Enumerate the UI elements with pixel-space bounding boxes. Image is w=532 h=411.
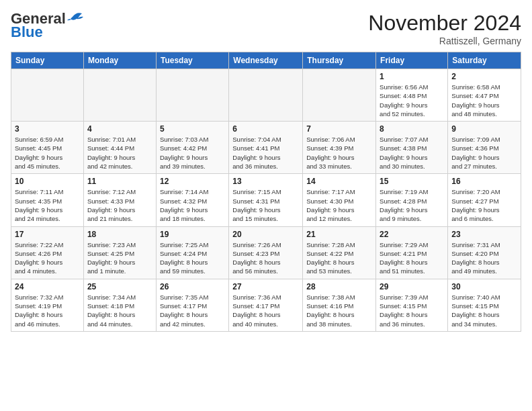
calendar-cell: 29Sunrise: 7:39 AM Sunset: 4:15 PM Dayli… bbox=[376, 279, 448, 331]
day-info: Sunrise: 7:15 AM Sunset: 4:31 PM Dayligh… bbox=[232, 187, 299, 223]
calendar-cell: 12Sunrise: 7:14 AM Sunset: 4:32 PM Dayli… bbox=[156, 174, 228, 226]
day-number: 12 bbox=[160, 177, 225, 186]
day-info: Sunrise: 7:32 AM Sunset: 4:19 PM Dayligh… bbox=[15, 293, 80, 328]
calendar-cell: 27Sunrise: 7:36 AM Sunset: 4:17 PM Dayli… bbox=[229, 279, 303, 331]
day-number: 6 bbox=[232, 124, 299, 134]
calendar-cell: 21Sunrise: 7:28 AM Sunset: 4:22 PM Dayli… bbox=[303, 226, 376, 279]
day-header-monday: Monday bbox=[83, 52, 156, 69]
day-info: Sunrise: 7:26 AM Sunset: 4:23 PM Dayligh… bbox=[232, 240, 299, 276]
day-number: 11 bbox=[87, 177, 152, 186]
header: General Blue November 2024 Rattiszell, G… bbox=[11, 11, 521, 46]
day-header-wednesday: Wednesday bbox=[229, 52, 303, 69]
calendar-cell: 3Sunrise: 6:59 AM Sunset: 4:45 PM Daylig… bbox=[11, 122, 84, 174]
day-info: Sunrise: 7:25 AM Sunset: 4:24 PM Dayligh… bbox=[160, 240, 225, 276]
day-number: 10 bbox=[15, 177, 80, 186]
calendar-cell: 8Sunrise: 7:07 AM Sunset: 4:38 PM Daylig… bbox=[376, 122, 448, 174]
calendar-cell: 1Sunrise: 6:56 AM Sunset: 4:48 PM Daylig… bbox=[376, 69, 448, 122]
calendar-cell: 24Sunrise: 7:32 AM Sunset: 4:19 PM Dayli… bbox=[11, 279, 84, 331]
day-header-thursday: Thursday bbox=[303, 52, 376, 69]
day-number: 9 bbox=[451, 124, 517, 134]
calendar-cell: 30Sunrise: 7:40 AM Sunset: 4:15 PM Dayli… bbox=[448, 279, 521, 331]
calendar-cell bbox=[229, 69, 303, 122]
day-info: Sunrise: 6:58 AM Sunset: 4:47 PM Dayligh… bbox=[451, 83, 517, 118]
day-header-sunday: Sunday bbox=[11, 52, 84, 69]
day-info: Sunrise: 7:31 AM Sunset: 4:20 PM Dayligh… bbox=[451, 240, 517, 276]
calendar-cell: 10Sunrise: 7:11 AM Sunset: 4:35 PM Dayli… bbox=[11, 174, 84, 226]
calendar-cell: 16Sunrise: 7:20 AM Sunset: 4:27 PM Dayli… bbox=[448, 174, 521, 226]
calendar-cell bbox=[83, 69, 156, 122]
day-number: 1 bbox=[380, 72, 444, 81]
calendar-week-1: 1Sunrise: 6:56 AM Sunset: 4:48 PM Daylig… bbox=[11, 69, 521, 122]
day-number: 8 bbox=[380, 124, 444, 134]
calendar-cell: 26Sunrise: 7:35 AM Sunset: 4:17 PM Dayli… bbox=[156, 279, 228, 331]
day-number: 28 bbox=[306, 282, 372, 291]
day-number: 23 bbox=[451, 230, 517, 239]
calendar-cell: 6Sunrise: 7:04 AM Sunset: 4:41 PM Daylig… bbox=[229, 122, 303, 174]
day-info: Sunrise: 7:07 AM Sunset: 4:38 PM Dayligh… bbox=[380, 135, 444, 171]
day-number: 17 bbox=[15, 230, 80, 239]
day-header-saturday: Saturday bbox=[448, 52, 521, 69]
day-info: Sunrise: 6:59 AM Sunset: 4:45 PM Dayligh… bbox=[15, 135, 80, 171]
calendar-cell: 23Sunrise: 7:31 AM Sunset: 4:20 PM Dayli… bbox=[448, 226, 521, 279]
day-info: Sunrise: 7:23 AM Sunset: 4:25 PM Dayligh… bbox=[87, 240, 152, 276]
calendar-week-5: 24Sunrise: 7:32 AM Sunset: 4:19 PM Dayli… bbox=[11, 279, 521, 331]
day-info: Sunrise: 7:04 AM Sunset: 4:41 PM Dayligh… bbox=[232, 135, 299, 171]
calendar-cell: 14Sunrise: 7:17 AM Sunset: 4:30 PM Dayli… bbox=[303, 174, 376, 226]
calendar-cell: 15Sunrise: 7:19 AM Sunset: 4:28 PM Dayli… bbox=[376, 174, 448, 226]
day-info: Sunrise: 7:22 AM Sunset: 4:26 PM Dayligh… bbox=[15, 240, 80, 276]
calendar-cell: 11Sunrise: 7:12 AM Sunset: 4:33 PM Dayli… bbox=[83, 174, 156, 226]
calendar-cell bbox=[11, 69, 84, 122]
title-area: November 2024 Rattiszell, Germany bbox=[368, 11, 521, 46]
calendar-cell: 22Sunrise: 7:29 AM Sunset: 4:21 PM Dayli… bbox=[376, 226, 448, 279]
day-header-tuesday: Tuesday bbox=[156, 52, 228, 69]
calendar-week-3: 10Sunrise: 7:11 AM Sunset: 4:35 PM Dayli… bbox=[11, 174, 521, 226]
day-number: 13 bbox=[232, 177, 299, 186]
calendar-cell bbox=[156, 69, 228, 122]
day-number: 3 bbox=[15, 124, 80, 134]
day-info: Sunrise: 7:20 AM Sunset: 4:27 PM Dayligh… bbox=[451, 187, 517, 223]
month-title: November 2024 bbox=[368, 11, 521, 36]
day-info: Sunrise: 7:34 AM Sunset: 4:18 PM Dayligh… bbox=[87, 293, 152, 328]
day-info: Sunrise: 7:17 AM Sunset: 4:30 PM Dayligh… bbox=[306, 187, 372, 223]
location: Rattiszell, Germany bbox=[368, 36, 521, 46]
day-number: 7 bbox=[306, 124, 372, 134]
calendar-cell: 13Sunrise: 7:15 AM Sunset: 4:31 PM Dayli… bbox=[229, 174, 303, 226]
calendar-cell: 18Sunrise: 7:23 AM Sunset: 4:25 PM Dayli… bbox=[83, 226, 156, 279]
day-info: Sunrise: 7:12 AM Sunset: 4:33 PM Dayligh… bbox=[87, 187, 152, 223]
day-info: Sunrise: 7:03 AM Sunset: 4:42 PM Dayligh… bbox=[160, 135, 225, 171]
day-header-friday: Friday bbox=[376, 52, 448, 69]
logo-blue-text: Blue bbox=[11, 24, 43, 40]
day-number: 18 bbox=[87, 230, 152, 239]
day-number: 15 bbox=[380, 177, 444, 186]
day-number: 21 bbox=[306, 230, 372, 239]
day-number: 24 bbox=[15, 282, 80, 291]
day-number: 29 bbox=[380, 282, 444, 291]
day-number: 16 bbox=[451, 177, 517, 186]
calendar-cell: 25Sunrise: 7:34 AM Sunset: 4:18 PM Dayli… bbox=[83, 279, 156, 331]
calendar-cell: 2Sunrise: 6:58 AM Sunset: 4:47 PM Daylig… bbox=[448, 69, 521, 122]
calendar-week-2: 3Sunrise: 6:59 AM Sunset: 4:45 PM Daylig… bbox=[11, 122, 521, 174]
day-number: 4 bbox=[87, 124, 152, 134]
calendar: SundayMondayTuesdayWednesdayThursdayFrid… bbox=[11, 52, 521, 332]
calendar-week-4: 17Sunrise: 7:22 AM Sunset: 4:26 PM Dayli… bbox=[11, 226, 521, 279]
day-info: Sunrise: 7:28 AM Sunset: 4:22 PM Dayligh… bbox=[306, 240, 372, 276]
logo-bird-icon bbox=[67, 10, 85, 25]
day-number: 26 bbox=[160, 282, 225, 291]
calendar-cell: 9Sunrise: 7:09 AM Sunset: 4:36 PM Daylig… bbox=[448, 122, 521, 174]
day-info: Sunrise: 7:39 AM Sunset: 4:15 PM Dayligh… bbox=[380, 293, 444, 328]
day-number: 22 bbox=[380, 230, 444, 239]
day-number: 5 bbox=[160, 124, 225, 134]
calendar-cell: 28Sunrise: 7:38 AM Sunset: 4:16 PM Dayli… bbox=[303, 279, 376, 331]
calendar-cell: 4Sunrise: 7:01 AM Sunset: 4:44 PM Daylig… bbox=[83, 122, 156, 174]
day-info: Sunrise: 7:29 AM Sunset: 4:21 PM Dayligh… bbox=[380, 240, 444, 276]
day-info: Sunrise: 7:06 AM Sunset: 4:39 PM Dayligh… bbox=[306, 135, 372, 171]
day-info: Sunrise: 7:01 AM Sunset: 4:44 PM Dayligh… bbox=[87, 135, 152, 171]
day-number: 25 bbox=[87, 282, 152, 291]
day-number: 30 bbox=[451, 282, 517, 291]
calendar-cell: 19Sunrise: 7:25 AM Sunset: 4:24 PM Dayli… bbox=[156, 226, 228, 279]
day-info: Sunrise: 7:35 AM Sunset: 4:17 PM Dayligh… bbox=[160, 293, 225, 328]
day-info: Sunrise: 7:40 AM Sunset: 4:15 PM Dayligh… bbox=[451, 293, 517, 328]
day-number: 14 bbox=[306, 177, 372, 186]
calendar-cell: 17Sunrise: 7:22 AM Sunset: 4:26 PM Dayli… bbox=[11, 226, 84, 279]
day-info: Sunrise: 7:09 AM Sunset: 4:36 PM Dayligh… bbox=[451, 135, 517, 171]
